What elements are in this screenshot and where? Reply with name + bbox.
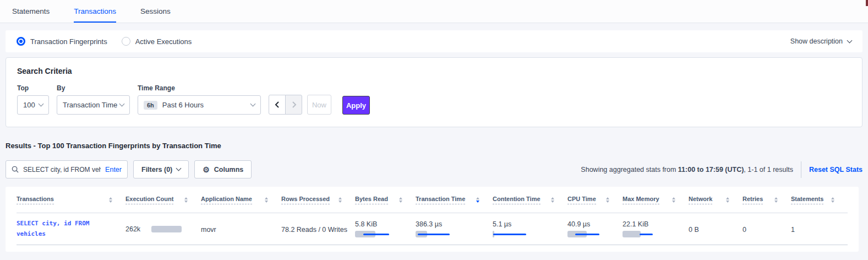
radio-selected-icon[interactable]: [17, 37, 25, 46]
column-header-execution-count[interactable]: Execution Count: [125, 196, 201, 204]
sort-icon[interactable]: [265, 197, 268, 203]
execution-count-bar: [151, 226, 182, 232]
sort-icon[interactable]: [476, 197, 479, 203]
cell-max-memory: 22.1 KiB: [623, 220, 689, 237]
gear-icon: ⚙: [203, 166, 210, 174]
column-header-transactions[interactable]: Transactions: [17, 196, 125, 204]
sort-icon[interactable]: [726, 197, 729, 203]
next-time-window-button[interactable]: [285, 95, 302, 115]
page-tab-bar: Statements Transactions Sessions: [0, 0, 868, 23]
search-icon: [12, 166, 19, 173]
cell-application-name: movr: [201, 224, 281, 234]
search-criteria-card: Search Criteria Top 100 By Transaction T…: [6, 57, 862, 127]
time-window-arrows: [269, 95, 302, 115]
sort-icon[interactable]: [672, 197, 675, 203]
bytes-read-bar: [355, 231, 390, 237]
now-button[interactable]: Now: [307, 95, 331, 115]
apply-button[interactable]: Apply: [342, 96, 370, 115]
column-header-max-memory[interactable]: Max Memory: [623, 196, 689, 204]
column-header-statements[interactable]: Statements: [791, 196, 848, 204]
chevron-down-icon: [847, 37, 853, 43]
top-select-value: 100: [23, 101, 35, 109]
time-range-label: Time Range: [138, 84, 261, 92]
chevron-right-icon: [291, 101, 297, 108]
vertical-divider: [801, 161, 801, 178]
sort-icon[interactable]: [551, 197, 554, 203]
corner-red-artifact: [866, 0, 868, 6]
cell-statements: 1: [791, 224, 848, 234]
transaction-time-bar: [416, 231, 451, 237]
time-range-select[interactable]: 6h Past 6 Hours: [138, 95, 261, 115]
transactions-table: Transactions Execution Count Application…: [6, 187, 859, 252]
top-field: Top 100: [17, 84, 49, 115]
time-range-badge: 6h: [144, 101, 157, 110]
search-enter-button[interactable]: Enter: [105, 166, 122, 174]
search-input[interactable]: SELECT city, id FROM vehicles W Enter: [6, 160, 128, 178]
radio-label: Active Executions: [135, 37, 192, 46]
sort-icon[interactable]: [339, 197, 342, 203]
cell-retries: 0: [743, 224, 791, 234]
previous-time-window-button[interactable]: [269, 95, 286, 115]
top-select[interactable]: 100: [17, 95, 49, 115]
by-label: By: [57, 84, 130, 92]
show-description-label: Show description: [790, 37, 843, 45]
show-description-toggle[interactable]: Show description: [790, 37, 851, 45]
reset-sql-stats-link[interactable]: Reset SQL Stats: [809, 166, 862, 174]
transactions-page: Statements Transactions Sessions Transac…: [0, 0, 868, 260]
by-field: By Transaction Time: [57, 84, 130, 115]
search-criteria-title: Search Criteria: [17, 67, 851, 75]
by-select-value: Transaction Time: [63, 101, 117, 109]
by-select[interactable]: Transaction Time: [57, 95, 130, 115]
column-header-bytes-read[interactable]: Bytes Read: [355, 196, 416, 204]
columns-button[interactable]: ⚙ Columns: [194, 160, 252, 178]
contention-time-bar: [493, 231, 528, 237]
chevron-down-icon: [250, 101, 256, 107]
column-header-transaction-time[interactable]: Transaction Time: [416, 196, 493, 204]
results-toolbar: SELECT city, id FROM vehicles W Enter Fi…: [6, 160, 862, 178]
sort-icon[interactable]: [774, 197, 778, 203]
chevron-down-icon: [176, 166, 182, 171]
cell-transaction: SELECT city, id FROM vehicles: [17, 219, 125, 239]
cell-bytes-read: 5.8 KiB: [355, 220, 416, 237]
transaction-fingerprint-link[interactable]: SELECT city, id FROM vehicles: [17, 219, 119, 239]
table-row: SELECT city, id FROM vehicles 262k movr …: [17, 213, 848, 245]
tab-sessions[interactable]: Sessions: [140, 0, 171, 23]
sort-icon[interactable]: [606, 197, 609, 203]
filters-label: Filters (0): [141, 166, 172, 174]
sort-icon[interactable]: [831, 197, 834, 203]
tab-transactions[interactable]: Transactions: [74, 0, 116, 23]
sort-icon[interactable]: [184, 197, 188, 203]
radio-active-executions[interactable]: Active Executions: [122, 37, 192, 46]
search-input-value[interactable]: SELECT city, id FROM vehicles W: [23, 166, 101, 174]
time-range-field: Time Range 6h Past 6 Hours: [138, 84, 261, 115]
cell-rows-processed: 78.2 Reads / 0 Writes: [281, 224, 355, 234]
sort-icon[interactable]: [109, 197, 112, 203]
column-header-network[interactable]: Network: [689, 196, 743, 204]
top-label: Top: [17, 84, 49, 92]
cell-network: 0 B: [689, 224, 743, 234]
table-header-row: Transactions Execution Count Application…: [17, 187, 848, 213]
radio-transaction-fingerprints[interactable]: Transaction Fingerprints: [17, 37, 107, 46]
search-criteria-controls: Top 100 By Transaction Time Time Range 6…: [17, 84, 851, 115]
column-header-contention-time[interactable]: Contention Time: [493, 196, 567, 204]
cell-execution-count: 262k: [125, 225, 201, 233]
cell-contention-time: 5.1 µs: [493, 220, 567, 237]
columns-label: Columns: [214, 166, 243, 174]
sort-icon[interactable]: [399, 197, 402, 203]
tab-statements[interactable]: Statements: [12, 0, 50, 23]
aggregated-stats-text: Showing aggregated stats from 11:00 to 1…: [581, 166, 793, 174]
column-header-retries[interactable]: Retries: [743, 196, 791, 204]
results-meta: Showing aggregated stats from 11:00 to 1…: [581, 161, 862, 178]
column-header-cpu-time[interactable]: CPU Time: [567, 196, 623, 204]
cell-transaction-time: 386.3 µs: [416, 220, 493, 237]
max-memory-bar: [623, 231, 658, 237]
chevron-left-icon: [274, 101, 281, 108]
radio-unselected-icon[interactable]: [122, 37, 130, 46]
column-header-application-name[interactable]: Application Name: [201, 196, 281, 204]
results-title: Results - Top 100 Transaction Fingerprin…: [6, 142, 862, 150]
filters-button[interactable]: Filters (0): [133, 160, 189, 178]
time-range-value: Past 6 Hours: [162, 101, 204, 109]
chevron-down-icon: [119, 101, 125, 107]
column-header-rows-processed[interactable]: Rows Processed: [281, 196, 355, 204]
cpu-time-bar: [567, 231, 603, 237]
